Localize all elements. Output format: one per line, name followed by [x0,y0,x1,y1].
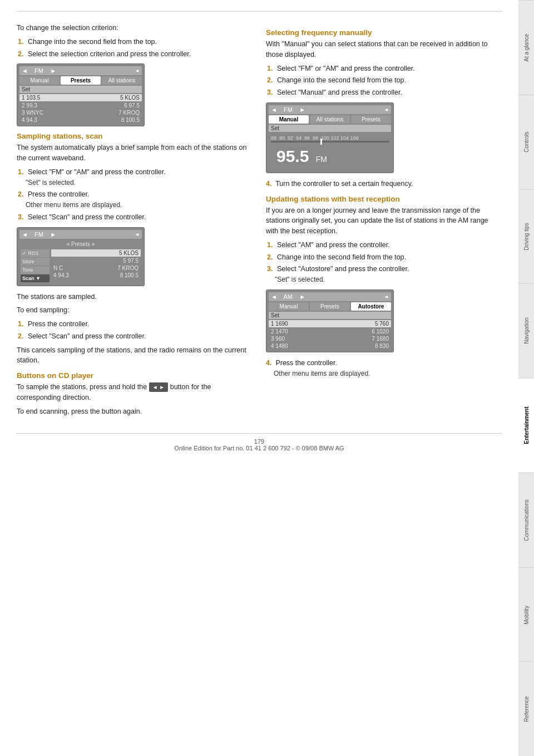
freq-set-label: Set [269,125,391,132]
sampling-intro: The system automatically plays a brief s… [17,143,253,164]
screen-row-3: 3 WNYC7 KROQ [19,109,142,116]
list-item: 2. Change into the second field from the… [266,75,502,86]
main-content: To change the selection criterion: 1. Ch… [0,0,518,756]
set-label: Set [19,86,142,93]
step4-am: 4. Press the controller. Other menu item… [266,358,502,379]
scan-item: Scan ▼ [21,274,50,282]
sampling-steps: 1. Select "FM" or "AM" and press the con… [17,167,253,223]
freq-thumb [320,139,322,145]
selecting-steps: 1. Select "FM" or "AM" and press the con… [266,63,502,98]
sidebar-tab-navigation[interactable]: Navigation [518,283,534,378]
freq-bar-track [269,141,391,143]
screen-row-1: 1 103.55 KLOS [19,94,142,101]
scan-data-row-4: 4 94.38 100.5 [51,272,141,279]
screen-tab-all-stations: All stations [102,76,142,85]
presets-sub-header: « Presets » [19,240,142,248]
rds-item: ✓ RDS [21,249,50,257]
freq-bar-label: 88 90 92 94 96 98 100 102 104 106 [269,133,391,141]
end-steps: 1. Press the controller. 2. Select "Scan… [17,319,253,342]
sidebar-tab-driving-tips[interactable]: Driving tips [518,189,534,284]
screen-tab-presets: Presets [61,76,101,85]
scan-data-col: 5 KLOS 5 97.5 N C7 KROQ 4 94.38 100.5 [51,249,141,282]
am-set-label: Set [269,312,391,319]
list-item: 1. Select "FM" or "AM" and press the con… [17,167,253,188]
step4-manual: 4. Turn the controller to set a certain … [266,179,502,189]
am-row-3: 3 9607 1680 [269,335,391,342]
sidebar-tab-at-a-glance[interactable]: At a glance [518,0,534,95]
two-column-layout: To change the selection criterion: 1. Ch… [17,23,502,420]
list-item: 2. Select "Scan" and press the controlle… [17,331,253,342]
updating-intro: If you are on a longer journey and leave… [266,205,502,237]
sidebar-tab-reference[interactable]: Reference [518,661,534,756]
freq-display: 95.5 FM [269,144,391,170]
am-tab-manual: Manual [269,302,309,311]
scan-menu-layout: ✓ RDS Store Tone Scan ▼ 5 KLOS 5 97.5 [19,248,142,283]
list-item: 2. Press the controller. Other menu item… [17,189,253,210]
manual-freq-screen: ◄ FM ► ◄ Manual All stations Presets Set… [266,102,394,173]
scan-screen-header: ◄ FM ► ◄ [19,230,142,239]
scan-data-row-2: 5 97.5 [51,257,141,264]
scan-screen: ◄ FM ► ◄ « Presets » ✓ RDS Store Tone Sc… [17,227,145,286]
updating-steps: 1. Select "AM" and press the controller.… [266,240,502,285]
scan-data-row-3: N C7 KROQ [51,264,141,272]
list-item: 3. Select "Manual" and press the control… [266,87,502,98]
list-item: 1. Select "AM" and press the controller. [266,240,502,251]
am-tab-presets: Presets [310,302,350,311]
am-row-2: 2 14706 1020 [269,328,391,335]
list-item: 3. Select "Scan" and press the controlle… [17,212,253,223]
freq-unit: FM [316,155,327,164]
list-item: 1. Select "FM" or "AM" and press the con… [266,63,502,74]
selecting-intro: With "Manual" you can select stations th… [266,39,502,60]
cancel-text: This cancels sampling of the stations, a… [17,345,253,366]
page-number: 179 [17,438,502,445]
intro-steps: 1. Change into the second field from the… [17,37,253,60]
freq-screen-tabs: Manual All stations Presets [269,115,391,124]
freq-tab-presets: Presets [351,115,391,124]
buttons-intro: To sample the stations, press and hold t… [17,382,253,403]
fm-screen-1: ◄ FM ► ◄ Manual Presets All stations Set… [17,63,145,126]
freq-tab-all-stations: All stations [310,115,350,124]
am-screen-header: ◄ AM ► ◄ [269,292,391,301]
right-column: Selecting frequency manually With "Manua… [266,23,502,420]
left-column: To change the selection criterion: 1. Ch… [17,23,253,420]
intro-text: To change the selection criterion: [17,23,253,33]
list-item: 2. Change into the second field from the… [266,252,502,263]
sidebar-tab-entertainment[interactable]: Entertainment [518,378,534,473]
direction-buttons-icon: ◄ ► [149,382,169,392]
freq-tab-manual: Manual [269,115,309,124]
list-item: 1. Press the controller. [17,319,253,330]
scan-data-row-1: 5 KLOS [51,249,141,257]
updating-heading: Updating stations with best reception [266,195,502,203]
screen-tabs: Manual Presets All stations [19,76,142,85]
selecting-heading: Selecting frequency manually [266,28,502,37]
sidebar-tab-communications[interactable]: Communications [518,473,534,567]
buttons-heading: Buttons on CD player [17,371,253,380]
screen-row-2: 2 99.36 97.5 [19,102,142,109]
sidebar-tabs: At a glance Controls Driving tips Naviga… [518,0,534,756]
store-item: Store [21,258,50,266]
edition-text: Online Edition for Part no. 01 41 2 600 … [17,445,502,451]
am-screen-tabs: Manual Presets Autostore [269,302,391,311]
after-scan-text: The stations are sampled. [17,292,253,302]
freq-screen-header: ◄ FM ► ◄ [269,105,391,114]
am-tab-autostore: Autostore [351,302,391,311]
list-item: 3. Select "Autostore" and press the cont… [266,264,502,285]
sidebar-tab-controls[interactable]: Controls [518,95,534,189]
list-item: 1. Change into the second field from the… [17,37,253,47]
list-item: 2. Select the selection criterion and pr… [17,49,253,60]
am-autostore-screen: ◄ AM ► ◄ Manual Presets Autostore Set 1 … [266,289,394,352]
am-row-4: 4 14808 830 [269,342,391,350]
tone-item: Tone [21,266,50,274]
sidebar-tab-mobility[interactable]: Mobility [518,567,534,662]
screen-tab-manual: Manual [19,76,60,85]
screen-header: ◄ FM ► ◄ [19,66,142,75]
page-footer: 179 Online Edition for Part no. 01 41 2 … [17,433,502,451]
end-scanning-text: To end scanning, press the button again. [17,406,253,417]
freq-value: 95.5 FM [272,145,388,167]
am-row-1: 1 16905 760 [269,320,391,327]
sampling-heading: Sampling stations, scan [17,132,253,140]
screen-row-4: 4 94.38 100.5 [19,116,142,124]
scan-menu-col: ✓ RDS Store Tone Scan ▼ [21,249,50,282]
end-sampling-label: To end sampling: [17,305,253,316]
